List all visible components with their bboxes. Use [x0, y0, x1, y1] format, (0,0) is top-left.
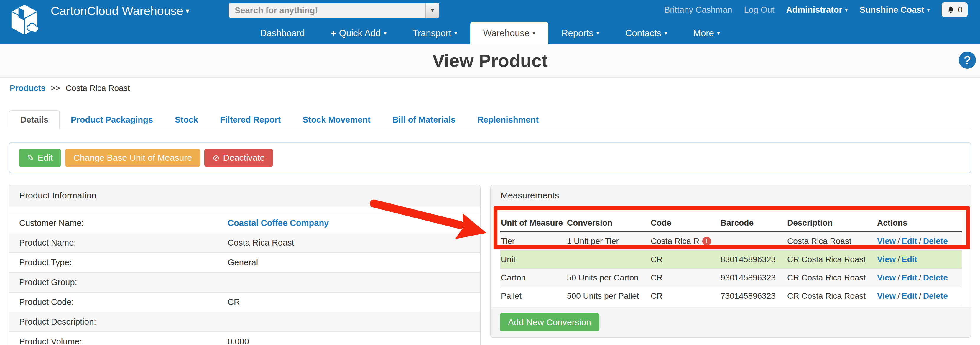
chevron-down-icon: ▼: [430, 7, 436, 13]
tab-stock[interactable]: Stock: [164, 111, 209, 129]
col-code: Code: [650, 215, 720, 232]
warning-icon[interactable]: !: [702, 237, 711, 246]
cell-description: CR Costa Rica Roast: [787, 250, 877, 269]
action-separator: /: [897, 237, 900, 246]
tab-stock-movement[interactable]: Stock Movement: [291, 111, 381, 129]
field-label: Product Volume:: [10, 337, 228, 345]
info-row-product-code: Product Code: CR: [10, 292, 480, 312]
info-row-product-group: Product Group:: [10, 272, 480, 292]
role-label: Administrator: [786, 5, 842, 14]
product-information-rows: Customer Name: Coastal Coffee Company Pr…: [10, 213, 480, 345]
cell-barcode: 730145896323: [720, 287, 787, 305]
deactivate-button[interactable]: ⊘Deactivate: [204, 149, 273, 167]
view-link[interactable]: View: [877, 273, 896, 282]
change-base-unit-button[interactable]: Change Base Unit of Measure: [65, 149, 200, 167]
field-label: Product Type:: [10, 258, 228, 267]
help-button[interactable]: ?: [959, 52, 976, 69]
field-label: Product Code:: [10, 297, 228, 307]
chevron-down-icon: ▾: [533, 30, 535, 36]
edit-link[interactable]: Edit: [902, 237, 917, 246]
page-title: View Product: [0, 44, 980, 77]
info-row-product-volume: Product Volume: 0.000: [10, 331, 480, 345]
tab-bill-of-materials[interactable]: Bill of Materials: [382, 111, 466, 129]
edit-link[interactable]: Edit: [902, 273, 917, 282]
measurements-panel: Measurements Unit of Measure Conversion …: [490, 184, 971, 338]
measurements-header-row: Unit of Measure Conversion Code Barcode …: [500, 215, 962, 232]
change-base-label: Change Base Unit of Measure: [73, 153, 192, 163]
menu-transport[interactable]: Transport▾: [399, 22, 470, 44]
customer-link[interactable]: Coastal Coffee Company: [228, 218, 329, 227]
cell-unit: Carton: [500, 269, 566, 287]
user-name-link[interactable]: Brittany Cashman: [664, 5, 732, 15]
col-description: Description: [787, 215, 877, 232]
measurement-row-pallet: Pallet 500 Units per Pallet CR 730145896…: [500, 287, 962, 305]
menu-reports[interactable]: Reports▾: [548, 22, 612, 44]
view-link[interactable]: View: [877, 291, 896, 300]
view-link[interactable]: View: [877, 237, 896, 246]
navbar-user-area: Brittany Cashman Log Out Administrator▾ …: [664, 0, 967, 19]
menu-quick-add[interactable]: +Quick Add▾: [318, 22, 399, 44]
product-information-panel: Product Information Customer Name: Coast…: [9, 184, 480, 345]
cell-barcode: 830145896323: [720, 250, 787, 269]
tab-filtered-report[interactable]: Filtered Report: [209, 111, 291, 129]
edit-link[interactable]: Edit: [902, 291, 917, 300]
chevron-down-icon: ▾: [664, 30, 667, 36]
tab-details[interactable]: Details: [9, 110, 60, 129]
cell-description: CR Costa Rica Roast: [787, 269, 877, 287]
action-separator: /: [919, 273, 921, 282]
breadcrumb-products-link[interactable]: Products: [10, 83, 45, 92]
cell-code: CR: [650, 269, 720, 287]
chevron-down-icon: ▾: [186, 7, 189, 15]
cell-code: Costa Rica R!: [650, 232, 720, 250]
chevron-down-icon: ▾: [597, 30, 600, 36]
field-label: Product Group:: [10, 277, 228, 287]
logout-link[interactable]: Log Out: [744, 5, 774, 15]
cell-description: Costa Rica Roast: [787, 232, 877, 250]
top-navbar: CartonCloud Warehouse▾ ▼ Brittany Cashma…: [0, 0, 980, 44]
view-link[interactable]: View: [877, 255, 896, 264]
menu-label: Quick Add: [339, 28, 380, 38]
action-separator: /: [919, 291, 921, 300]
role-dropdown[interactable]: Administrator▾: [786, 5, 848, 15]
actions-panel: ✎Edit Change Base Unit of Measure ⊘Deact…: [9, 142, 971, 173]
tab-replenishment[interactable]: Replenishment: [466, 111, 550, 129]
info-row-product-description: Product Description:: [10, 312, 480, 331]
cell-actions: View/Edit/Delete: [877, 269, 962, 287]
product-information-title: Product Information: [10, 185, 480, 207]
delete-link[interactable]: Delete: [923, 273, 948, 282]
tenant-label: Sunshine Coast: [860, 5, 924, 14]
cell-barcode: [720, 232, 787, 250]
menu-dashboard[interactable]: Dashboard: [247, 22, 318, 44]
notifications-button[interactable]: 0: [942, 2, 967, 17]
page-header: View Product ?: [0, 44, 980, 78]
menu-contacts[interactable]: Contacts▾: [612, 22, 680, 44]
search-input[interactable]: [229, 3, 420, 18]
chevron-down-icon: ▾: [845, 6, 848, 13]
measurements-table: Unit of Measure Conversion Code Barcode …: [500, 215, 962, 305]
menu-more[interactable]: More▾: [680, 22, 733, 44]
edit-link[interactable]: Edit: [902, 255, 917, 264]
tab-product-packagings[interactable]: Product Packagings: [60, 111, 164, 129]
measurements-footer: Add New Conversion: [491, 307, 970, 337]
edit-button[interactable]: ✎Edit: [19, 149, 61, 167]
field-label: Product Description:: [10, 317, 228, 327]
col-actions: Actions: [877, 215, 962, 232]
main-menu: Dashboard +Quick Add▾ Transport▾ Warehou…: [0, 22, 980, 44]
field-value: Costa Rica Roast: [228, 238, 294, 248]
plus-icon: +: [331, 28, 336, 38]
brand-label: CartonCloud Warehouse: [51, 4, 183, 18]
menu-label: Dashboard: [260, 28, 305, 38]
menu-label: Transport: [412, 28, 451, 38]
cell-code: CR: [650, 287, 720, 305]
tenant-dropdown[interactable]: Sunshine Coast▾: [860, 5, 930, 15]
add-new-conversion-label: Add New Conversion: [508, 317, 591, 327]
search-scope-dropdown[interactable]: ▼: [425, 3, 439, 18]
breadcrumb-separator: >>: [51, 83, 60, 92]
delete-link[interactable]: Delete: [923, 291, 948, 300]
menu-warehouse[interactable]: Warehouse▾: [470, 22, 548, 44]
add-new-conversion-button[interactable]: Add New Conversion: [500, 313, 600, 331]
brand-menu[interactable]: CartonCloud Warehouse▾: [51, 4, 189, 18]
breadcrumb-current: Costa Rica Roast: [66, 83, 130, 92]
delete-link[interactable]: Delete: [923, 237, 948, 246]
cell-actions: View/Edit/Delete: [877, 232, 962, 250]
